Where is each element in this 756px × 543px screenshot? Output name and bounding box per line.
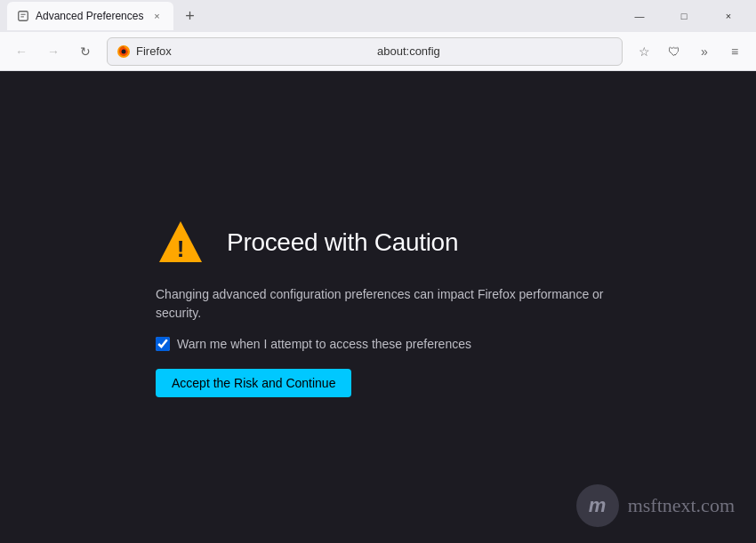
firefox-logo-icon <box>117 44 131 59</box>
svg-text:!: ! <box>177 236 185 262</box>
warn-checkbox-row: Warn me when I attempt to access these p… <box>156 337 618 351</box>
window-controls: — □ × <box>619 0 749 32</box>
tab-title: Advanced Preferences <box>36 10 143 22</box>
back-button[interactable]: ← <box>7 37 36 66</box>
toolbar: ← → ↻ Firefox about:config ☆ 🛡 » ≡ <box>0 32 756 71</box>
watermark-text: msftnext.com <box>628 494 735 517</box>
warn-checkbox[interactable] <box>156 337 170 351</box>
watermark: m msftnext.com <box>576 484 735 527</box>
site-label: Firefox <box>136 44 372 58</box>
svg-point-5 <box>122 49 126 53</box>
pocket-button[interactable]: 🛡 <box>660 37 688 66</box>
address-text: about:config <box>377 44 613 58</box>
minimize-button[interactable]: — <box>619 0 660 32</box>
caution-page: ! Proceed with Caution Changing advanced… <box>0 71 756 543</box>
extensions-button[interactable]: » <box>690 37 719 66</box>
refresh-button[interactable]: ↻ <box>71 37 100 66</box>
menu-button[interactable]: ≡ <box>720 37 749 66</box>
forward-button[interactable]: → <box>39 37 68 66</box>
browser-window: Advanced Preferences × + — □ × ← → ↻ <box>0 0 756 543</box>
tab-icon <box>16 9 30 23</box>
toolbar-right: ☆ 🛡 » ≡ <box>630 37 749 66</box>
caution-header: ! Proceed with Caution <box>156 218 618 268</box>
browser-content: ! Proceed with Caution Changing advanced… <box>0 71 756 543</box>
warning-icon: ! <box>156 218 205 268</box>
tab-close-button[interactable]: × <box>149 8 165 24</box>
tab-area: Advanced Preferences × + <box>7 0 608 32</box>
title-bar: Advanced Preferences × + — □ × <box>0 0 756 32</box>
caution-description: Changing advanced configuration preferen… <box>156 285 618 323</box>
maximize-button[interactable]: □ <box>664 0 704 32</box>
warn-checkbox-label[interactable]: Warn me when I attempt to access these p… <box>177 337 471 351</box>
active-tab[interactable]: Advanced Preferences × <box>7 2 173 30</box>
caution-title: Proceed with Caution <box>227 228 458 257</box>
svg-rect-0 <box>19 12 28 21</box>
bookmark-button[interactable]: ☆ <box>630 37 658 66</box>
accept-risk-button[interactable]: Accept the Risk and Continue <box>156 369 351 397</box>
close-window-button[interactable]: × <box>708 0 749 32</box>
new-tab-button[interactable]: + <box>177 4 202 28</box>
watermark-icon: m <box>576 484 619 527</box>
caution-content: ! Proceed with Caution Changing advanced… <box>138 218 618 397</box>
address-bar[interactable]: Firefox about:config <box>107 37 623 66</box>
